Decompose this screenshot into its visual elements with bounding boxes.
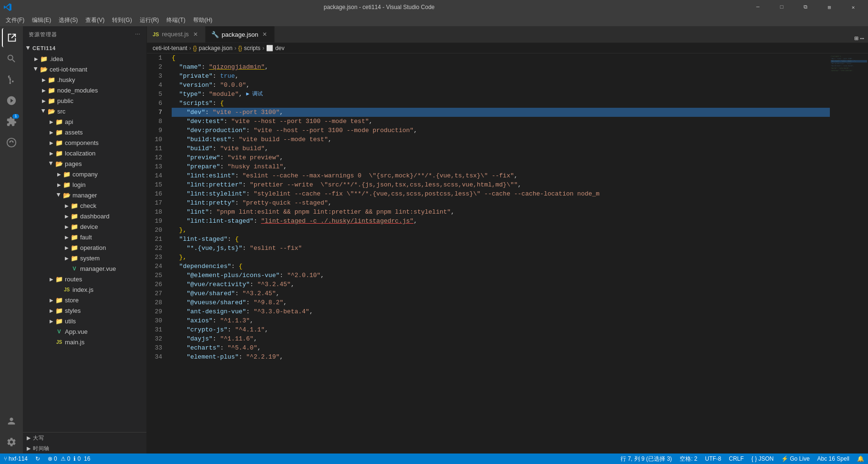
tree-item-appvue[interactable]: ▶ V App.vue (23, 326, 146, 337)
tree-root-ceti114[interactable]: ▶ CETI114 (23, 43, 146, 53)
status-encoding[interactable]: UTF-8 (701, 454, 725, 464)
status-golive[interactable]: ⚡ Go Live (777, 454, 813, 464)
activity-git[interactable] (2, 70, 21, 89)
status-position[interactable]: 行 7, 列 9 (已选择 3) (617, 454, 676, 464)
restore-button[interactable]: ⧉ (795, 0, 816, 14)
breadcrumb-package[interactable]: package.json (199, 45, 233, 52)
menu-file[interactable]: 文件(F) (2, 15, 28, 25)
tree-item-node-modules[interactable]: ▶ 📁 node_modules (23, 85, 146, 95)
code-line-29: "ant-design-vue": "^3.3.0-beta.4", (172, 307, 830, 316)
tree-label-api: api (65, 118, 73, 125)
folder-icon-utils: 📁 (55, 317, 63, 325)
maximize-button[interactable]: □ (771, 0, 793, 14)
tab-close-requestjs[interactable]: ✕ (192, 31, 199, 38)
menu-run[interactable]: 运行(R) (136, 15, 163, 25)
minimize-button[interactable]: ─ (747, 0, 769, 14)
tree-label-login: login (72, 181, 85, 188)
tree-item-ceti-iot-tenant[interactable]: ▶ 📂 ceti-iot-tenant (23, 64, 146, 74)
status-spaces[interactable]: 空格: 2 (676, 454, 701, 464)
tree-item-utils[interactable]: ▶ 📁 utils (23, 316, 146, 326)
tab-request-js[interactable]: JS request.js ✕ (147, 26, 206, 42)
error-icon: ⊗ (48, 455, 52, 462)
status-info-count: 0 (77, 455, 81, 462)
tree-item-device[interactable]: ▶ 📁 device (23, 221, 146, 232)
code-content[interactable]: { "name": "qizongjiadmin", "private": tr… (170, 53, 830, 454)
menu-help[interactable]: 帮助(H) (189, 15, 217, 25)
breadcrumb-dev[interactable]: dev (275, 45, 284, 52)
tree-label-nodemodules: node_modules (57, 87, 98, 94)
breadcrumb-rect-icon: ⬜ (266, 45, 273, 52)
bell-icon: 🔔 (857, 455, 864, 462)
menu-goto[interactable]: 转到(G) (108, 15, 135, 25)
status-branch[interactable]: ⑂ hxf-114 (0, 454, 31, 464)
tree-item-styles[interactable]: ▶ 📁 styles (23, 305, 146, 316)
tab-package-json[interactable]: 🔧 package.json ✕ (206, 26, 275, 42)
tree-item-routes[interactable]: ▶ 📁 routes (23, 274, 146, 284)
status-bar-right: 行 7, 列 9 (已选择 3) 空格: 2 UTF-8 CRLF { } JS… (617, 454, 868, 464)
status-language[interactable]: { } JSON (748, 454, 778, 464)
tree-label-company: company (72, 171, 98, 178)
tree-item-pages[interactable]: ▶ 📂 pages (23, 158, 146, 169)
sidebar-new-file-icon[interactable]: ⋯ (135, 31, 141, 38)
menu-view[interactable]: 查看(V) (82, 15, 108, 25)
close-button[interactable]: ✕ (842, 0, 864, 14)
tree-item-operation[interactable]: ▶ 📁 operation (23, 242, 146, 253)
section-timeline[interactable]: ▶ 时间轴 (23, 443, 146, 454)
status-errors[interactable]: ⊗ 0 ⚠ 0 ℹ 0 16 (44, 454, 94, 464)
tree-item-indexjs[interactable]: ▶ JS index.js (23, 284, 146, 295)
section-daxie[interactable]: ▶ 大写 (23, 433, 146, 443)
menu-select[interactable]: 选择(S) (55, 15, 82, 25)
activity-search[interactable] (2, 49, 21, 68)
tree-item-components[interactable]: ▶ 📁 components (23, 137, 146, 148)
breadcrumb-scripts[interactable]: scripts (244, 45, 260, 52)
activity-settings[interactable] (2, 433, 21, 452)
menu-terminal[interactable]: 终端(T) (163, 15, 189, 25)
tree-item-src[interactable]: ▶ 📂 src (23, 106, 146, 116)
tree-item-assets[interactable]: ▶ 📁 assets (23, 127, 146, 137)
tree-item-api[interactable]: ▶ 📁 api (23, 116, 146, 127)
tree-item-mainjs[interactable]: ▶ JS main.js (23, 337, 146, 347)
tree-item-login[interactable]: ▶ 📁 login (23, 179, 146, 190)
tree-label-pages: pages (65, 160, 82, 167)
svg-point-2 (12, 141, 13, 143)
tree-item-company[interactable]: ▶ 📁 company (23, 169, 146, 179)
activity-copilot[interactable] (2, 133, 21, 152)
tree-item-store[interactable]: ▶ 📁 store (23, 295, 146, 305)
activity-account[interactable] (2, 412, 21, 431)
tree-item-fault[interactable]: ▶ 📁 fault (23, 232, 146, 242)
tree-item-public[interactable]: ▶ 📁 public (23, 95, 146, 106)
sidebar-tree: ▶ CETI114 ▶ 📁 .idea ▶ 📂 ceti-iot-tenant … (23, 43, 146, 432)
title-bar-right: ─ □ ⧉ ⊞ ✕ (747, 0, 864, 14)
tree-item-system[interactable]: ▶ 📁 system (23, 253, 146, 263)
line-16: 16 (147, 189, 166, 198)
tree-item-localization[interactable]: ▶ 📁 localization (23, 148, 146, 158)
tree-item-check[interactable]: ▶ 📁 check (23, 200, 146, 211)
tree-arrow-styles: ▶ (48, 307, 55, 314)
status-eol[interactable]: CRLF (725, 454, 747, 464)
breadcrumb-sep1: › (189, 45, 191, 52)
folder-icon-login: 📁 (63, 181, 71, 188)
status-sync[interactable]: ↻ (31, 454, 44, 464)
tree-item-manager-vue[interactable]: ▶ V manager.vue (23, 263, 146, 274)
folder-icon-nodemodules: 📁 (48, 86, 55, 94)
activity-debug[interactable] (2, 91, 21, 110)
tree-item-dashboard[interactable]: ▶ 📁 dashboard (23, 211, 146, 221)
tree-item-manager[interactable]: ▶ 📂 manager (23, 190, 146, 200)
breadcrumb-ceti[interactable]: ceti-iot-tenant (153, 45, 187, 52)
tree-label-store: store (65, 297, 79, 304)
tree-item-husky[interactable]: ▶ 📁 .husky (23, 74, 146, 85)
activity-extensions[interactable]: 1 (2, 112, 21, 131)
status-notifications[interactable]: 🔔 (853, 454, 868, 464)
menu-edit[interactable]: 编辑(E) (28, 15, 55, 25)
activity-explorer[interactable] (2, 28, 21, 47)
status-spell[interactable]: Abc 16 Spell (814, 454, 853, 464)
status-encoding-text: UTF-8 (705, 455, 721, 462)
breadcrumb-sep2: › (234, 45, 236, 52)
tree-label-appvue: App.vue (65, 328, 88, 335)
tree-item-idea[interactable]: ▶ 📁 .idea (23, 53, 146, 64)
split-editor-icon[interactable]: ⊞ (854, 34, 858, 42)
layout-button[interactable]: ⊞ (818, 0, 840, 14)
code-line-18: "lint": "pnpm lint:eslint && pnpm lint:p… (172, 207, 830, 217)
tab-close-packagejson[interactable]: ✕ (261, 31, 269, 38)
more-actions-icon[interactable]: ⋯ (860, 34, 864, 42)
